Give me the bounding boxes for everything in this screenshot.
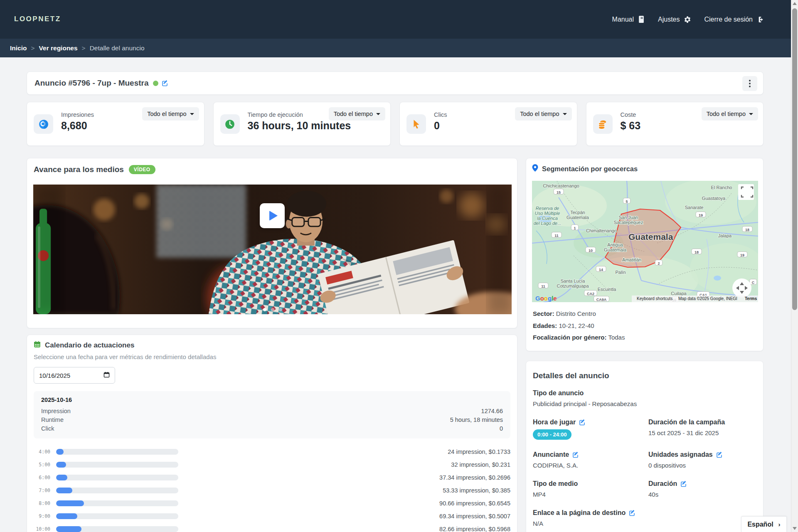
field-hora-de-jugar: Hora de jugar 0:00 - 24:00 [533,419,648,440]
chart-hour-label: 5:00 [34,462,50,468]
day-summary-panel: 2025-10-16 Impression 1274.66 Runtime 5 … [34,391,510,438]
map-pin-icon [532,164,538,173]
map-place-label: Chimaltenango [586,228,617,233]
app-logo[interactable]: LOOPNETZ [14,15,61,23]
date-picker-icon[interactable] [103,372,110,379]
stat-label: Coste [621,111,636,118]
stat-label: Impresiones [61,111,94,118]
svg-text:CA2: CA2 [587,292,594,296]
summary-row: Click 0 [41,424,503,433]
chart-value-label: 53.33 impression, $0.385 [178,487,510,494]
road-badge: C [749,279,757,285]
map-pan-control[interactable] [732,278,751,298]
kebab-menu-button[interactable] [742,76,757,91]
google-logo[interactable]: Google [535,295,557,302]
road-badge: 1 [571,225,579,230]
map-fullscreen-button[interactable] [738,184,754,200]
scroll-down-arrow[interactable] [793,527,797,530]
field-duracion: Duración 40s [648,480,756,498]
summary-row: Runtime 5 hours, 18 minutes [41,416,503,424]
edit-enlace-icon[interactable] [629,510,635,516]
svg-text:15: 15 [557,190,561,195]
coins-icon [593,114,613,134]
breadcrumb-ver-regiones[interactable]: Ver regiones [39,44,78,52]
calendar-section-title: Calendario de actuaciones [45,341,134,350]
range-dropdown[interactable]: Todo el tiempo [142,107,199,121]
chart-hour-label: 8:00 [34,500,50,506]
road-badge: 19 [737,252,747,257]
chart-row: 4:0024 impression, $0.1733 [34,447,510,456]
svg-text:10: 10 [589,249,593,253]
chart-hour-label: 4:00 [34,449,50,455]
nav-item-logout[interactable]: Cierre de sesión [704,16,764,23]
svg-text:2: 2 [658,261,660,266]
field-enlace: Enlace a la página de destino N/A [533,509,756,527]
nav-item-manual[interactable]: Manual [612,16,645,23]
range-dropdown[interactable]: Todo el tiempo [515,107,571,121]
language-selector[interactable]: Español › [741,516,787,532]
edit-title-icon[interactable] [162,80,168,86]
geofence-map[interactable]: ChichicastenangoEl RanchoGuastatoyaSanar… [532,181,758,302]
chart-bar-track [56,513,178,519]
svg-text:CA9A: CA9A [596,298,607,302]
performance-calendar-card: Calendario de actuaciones Seleccione una… [27,335,517,532]
edit-hora-icon[interactable] [579,419,586,426]
play-button[interactable] [260,203,285,228]
stats-row: Impresiones 8,680 Todo el tiempo Tiempo … [27,102,764,146]
clock-icon [220,114,240,134]
geo-gender: Focalización por género: Todas [533,332,625,344]
road-badge: 18 [742,227,752,232]
road-badge: 5 [623,198,631,204]
chart-bar [56,500,84,506]
chart-hour-label: 6:00 [34,475,50,480]
map-keyboard-shortcuts[interactable]: Keyboard shortcuts [637,296,672,301]
eye-icon [34,114,53,134]
nav-item-ajustes[interactable]: Ajustes [658,16,691,23]
chevron-down-icon [749,113,753,115]
field-tipo-medio: Tipo de medio MP4 [533,480,648,498]
scrollbar-thumb[interactable] [792,8,797,310]
chart-row: 5:0032 impression, $0.231 [34,460,510,469]
edit-unidades-icon[interactable] [716,451,723,458]
road-badge: CA9A [594,296,609,302]
media-section-title: Avance para los medios [34,165,124,174]
chart-bar [56,513,77,519]
geo-sector: Sector: Distrito Centro [533,308,625,320]
chart-value-label: 82.66 impression, $0.5968 [178,526,510,532]
page-scrollbar[interactable] [791,0,798,532]
chevron-down-icon [190,113,194,115]
details-title: Detalles del anuncio [533,371,756,380]
chart-value-label: 32 impression, $0.231 [178,461,510,468]
map-terms-link[interactable]: Terms [745,296,757,301]
chart-row: 8:0090.66 impression, $0.6545 [34,499,510,507]
chart-row: 10:0082.66 impression, $0.5968 [34,525,510,532]
edit-anunciante-icon[interactable] [572,451,579,458]
media-preview-card: Avance para los medios VÍDEO [27,158,517,328]
svg-text:1: 1 [574,226,576,230]
chart-bar [56,462,66,468]
carousel-dots[interactable] [33,308,512,311]
chart-value-label: 24 impression, $0.1733 [178,448,510,455]
nav-ajustes-label: Ajustes [658,16,680,23]
chart-value-label: 37.34 impression, $0.2696 [178,474,510,481]
summary-row: Impression 1274.66 [41,407,503,416]
date-input-value: 10/16/2025 [39,372,70,379]
stat-value: 8,680 [61,120,87,132]
range-dropdown[interactable]: Todo el tiempo [702,107,758,121]
stat-card-clicks: Clics 0 Todo el tiempo [399,102,577,146]
range-dropdown[interactable]: Todo el tiempo [329,107,385,121]
language-label: Español [747,521,773,528]
scroll-up-arrow[interactable] [793,2,797,5]
edit-duracion-icon[interactable] [680,480,687,487]
breadcrumb-inicio[interactable]: Inicio [10,44,27,52]
nav-logout-label: Cierre de sesión [704,16,753,23]
chart-row: 6:0037.34 impression, $0.2696 [34,473,510,482]
calendar-icon [34,341,41,350]
date-input[interactable]: 10/16/2025 [34,367,115,384]
chart-bar-track [56,462,178,468]
hourly-bar-chart: 4:0024 impression, $0.17335:0032 impress… [34,447,510,532]
chart-bar-track [56,526,178,532]
map-place-label: Amatitlán [622,257,641,262]
calendar-subtitle: Seleccione una fecha para ver métricas d… [34,353,510,360]
video-preview[interactable] [33,185,512,314]
